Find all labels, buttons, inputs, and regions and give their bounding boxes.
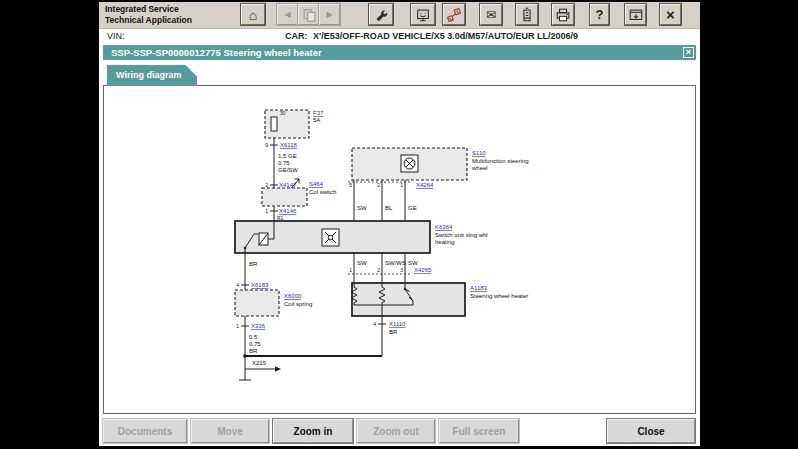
ground-ref-label: X215: [252, 360, 267, 366]
fuse-symbol: [271, 117, 277, 131]
documents-button: Documents: [103, 419, 187, 443]
heater-conn-label[interactable]: X4265: [414, 267, 432, 273]
vin-label: VIN:: [107, 31, 125, 41]
ground-ref-arrow: [245, 366, 281, 372]
app-header: Integrated Service Technical Application…: [99, 2, 700, 29]
diagram-canvas: 30 F37 5A 9 X6118 1.5 GE 0.75 GE/SW 2 X4…: [103, 85, 696, 414]
zoom-in-button[interactable]: Zoom in: [273, 419, 353, 443]
heater-feed-pin-1: 1: [349, 267, 352, 273]
monitor-face-icon: [415, 7, 431, 23]
exit-button[interactable]: ×: [660, 4, 681, 25]
back-icon: ◀: [284, 10, 290, 19]
zoom-out-button: Zoom out: [357, 419, 435, 443]
ground-conn1-label[interactable]: X6183: [251, 282, 269, 288]
col-switch-label[interactable]: S464: [309, 181, 324, 187]
control-unit-label[interactable]: K6364: [435, 224, 453, 230]
pages-icon: [301, 7, 317, 23]
ground-spec-2: 0.75: [249, 341, 261, 347]
document-title-bar: SSP-SSP-SP0000012775 Steering wheel heat…: [103, 45, 696, 60]
heater-name: Steering wheel heater: [470, 293, 528, 299]
heater-wire-color-2: SW/WS: [385, 260, 406, 266]
feed-wire-spec-2: 0.75: [278, 160, 290, 166]
home-button[interactable]: ⌂: [241, 4, 265, 25]
msw-pin-2: 2: [377, 182, 380, 188]
zoom-out-label: Zoom out: [373, 426, 419, 437]
heater-pin: 4: [373, 321, 376, 327]
wrench-icon: [373, 7, 389, 23]
move-label: Move: [217, 426, 243, 437]
forward-icon: ▶: [326, 10, 332, 19]
battery-icon: [519, 7, 535, 23]
app-title: Integrated Service Technical Application: [105, 4, 192, 25]
heater-feed-pin-3: 3: [400, 267, 403, 273]
forward-button: ▶: [319, 4, 340, 25]
heater-wire-color-1: SW: [357, 260, 367, 266]
mail-icon: ✉: [486, 8, 496, 22]
printer-icon: [555, 7, 571, 23]
pages-button: [298, 4, 319, 25]
document-close-icon: ×: [686, 47, 691, 57]
feed-wire-spec-1: 1.5 GE: [278, 153, 297, 159]
close-label: Close: [637, 426, 664, 437]
car-value: X'/E53/OFF-ROAD VEHICLE/X5 3.0d/M57/AUTO…: [313, 31, 578, 41]
mail-button[interactable]: ✉: [480, 4, 502, 25]
ground-spec-3: BR: [249, 348, 258, 354]
ground-wire-color: BR: [249, 261, 258, 267]
documents-label: Documents: [118, 426, 172, 437]
battery-button[interactable]: [516, 4, 538, 25]
ground-spec-1: 0.5: [249, 334, 258, 340]
heater-feed-pin-2: 2: [377, 267, 380, 273]
tab-label: Wiring diagram: [116, 70, 181, 80]
ground-conn1-pin: 4: [236, 282, 239, 288]
coil-spring-name: Coil spring: [284, 301, 312, 307]
print-button[interactable]: [552, 4, 574, 25]
msw-name2: wheel: [471, 165, 488, 171]
coil-spring-box: [235, 290, 279, 316]
back-button: ◀: [277, 4, 298, 25]
document-close-button[interactable]: ×: [683, 47, 694, 58]
msw-pin-3: 1: [400, 182, 403, 188]
heater-box: [352, 283, 465, 316]
heater-wire: BR: [389, 329, 398, 335]
conn-c-pin: 1: [265, 208, 268, 214]
ista-application-window: Integrated Service Technical Application…: [99, 2, 700, 446]
workshop-button[interactable]: [411, 4, 435, 25]
close-button[interactable]: Close: [607, 419, 695, 443]
fuse-name-label[interactable]: F37: [313, 110, 324, 116]
msw-conn-label[interactable]: X4264: [416, 182, 434, 188]
msw-label[interactable]: S110: [472, 150, 486, 156]
control-unit-name2: heating: [435, 239, 455, 245]
heater-conn[interactable]: X1110: [389, 321, 406, 327]
msw-name1: Multifunction steering: [472, 158, 529, 164]
control-unit-name1: Switch unit stng whl: [435, 232, 488, 238]
msw-wire-color-1: SW: [357, 205, 367, 211]
connector-button[interactable]: [443, 4, 465, 25]
msw-pin-1: 5: [349, 182, 352, 188]
operations-button[interactable]: [369, 4, 393, 25]
heater-label[interactable]: A1183: [470, 285, 488, 291]
steering-wheel-icon: [401, 155, 418, 172]
tab-wiring-diagram[interactable]: Wiring diagram: [107, 65, 197, 86]
coil-spring-label[interactable]: X6000: [284, 293, 302, 299]
app-title-line2: Technical Application: [105, 15, 192, 26]
conn-b-pin: 2: [265, 182, 268, 188]
ground-conn2-pin: 1: [236, 323, 239, 329]
msw-wire-color-2: BL: [385, 205, 393, 211]
wiring-diagram: 30 F37 5A 9 X6118 1.5 GE 0.75 GE/SW 2 X4…: [232, 98, 552, 390]
control-unit-icon: [322, 229, 339, 246]
msw-wire-color-3: GE: [408, 205, 417, 211]
ground-conn2-label[interactable]: X336: [251, 323, 266, 329]
column-switch-box: [262, 188, 307, 206]
app-title-line1: Integrated Service: [105, 4, 192, 15]
conn-c-label[interactable]: X4146: [279, 208, 297, 214]
window-mode-button[interactable]: [625, 4, 646, 25]
conn-a-pin: 9: [265, 142, 268, 148]
fuse-amp-label: 5A: [313, 117, 320, 123]
help-button[interactable]: ?: [590, 4, 609, 25]
conn-a-label[interactable]: X6118: [280, 142, 298, 148]
move-button: Move: [191, 419, 269, 443]
connector-plug-icon: [446, 7, 462, 23]
col-switch-name: Col switch: [309, 189, 336, 195]
car-label: CAR:: [285, 31, 308, 41]
vehicle-info-bar: VIN: CAR: X'/E53/OFF-ROAD VEHICLE/X5 3.0…: [99, 29, 700, 44]
